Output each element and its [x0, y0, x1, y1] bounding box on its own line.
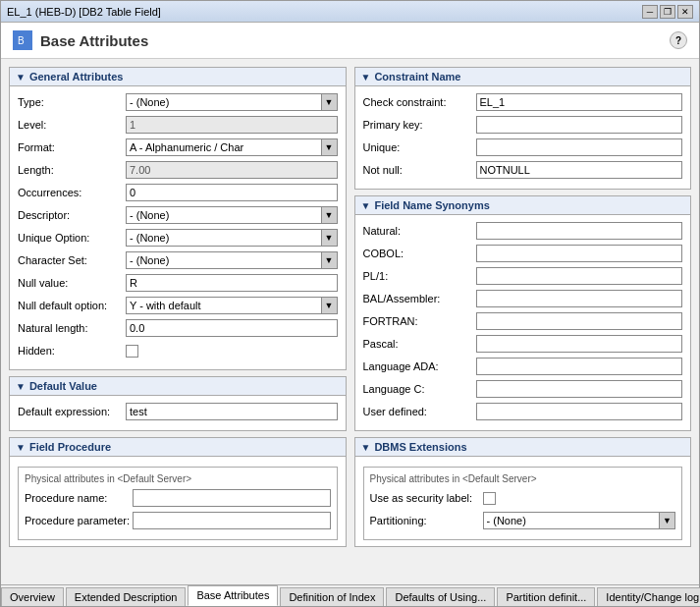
language-ada-input[interactable] [476, 358, 683, 375]
null-default-select-arrow: ▼ [322, 297, 338, 314]
use-security-row: Use as security label: [370, 488, 676, 508]
page-header: B Base Attributes ? [1, 23, 699, 59]
format-label: Format: [18, 141, 126, 153]
descriptor-row: Descriptor: - (None) ▼ [18, 205, 338, 225]
language-c-input[interactable] [476, 380, 683, 398]
page-icon: B [13, 30, 32, 50]
field-procedure-section: ▼ Field Procedure Physical attributes in… [9, 437, 347, 547]
null-default-label: Null default option: [18, 300, 126, 311]
descriptor-select-wrap: - (None) ▼ [126, 206, 338, 224]
procedure-name-row: Procedure name: [25, 488, 331, 508]
procedure-collapse-icon[interactable]: ▼ [16, 442, 26, 453]
partitioning-select[interactable]: - (None) [483, 512, 661, 529]
natural-input[interactable] [476, 222, 683, 240]
collapse-icon[interactable]: ▼ [16, 72, 26, 83]
help-button[interactable]: ? [670, 31, 687, 49]
format-select[interactable]: A - Alphanumeric / Char [126, 138, 322, 156]
close-button[interactable]: ✕ [677, 5, 693, 19]
title-bar: EL_1 (HEB-D) [DB2 Table Field] ─ ❐ ✕ [1, 1, 699, 23]
procedure-parameter-input[interactable] [133, 512, 331, 529]
main-window: EL_1 (HEB-D) [DB2 Table Field] ─ ❐ ✕ B B… [0, 0, 700, 607]
tab-overview[interactable]: Overview [1, 587, 64, 606]
field-procedure-sub-label: Physical attributes in <Default Server> [25, 473, 331, 484]
cobol-label: COBOL: [363, 248, 476, 259]
occurrences-input[interactable] [126, 184, 338, 201]
level-row: Level: [18, 115, 338, 135]
check-constraint-label: Check constraint: [363, 96, 476, 108]
fortran-input[interactable] [476, 312, 683, 330]
dbms-extensions-body: Physical attributes in <Default Server> … [355, 457, 691, 546]
natural-length-input[interactable] [126, 319, 338, 337]
synonyms-collapse-icon[interactable]: ▼ [361, 200, 371, 211]
pl1-input[interactable] [476, 267, 683, 285]
field-name-synonyms-body: Natural: COBOL: PL/1: BAL/Assembler: [355, 215, 691, 430]
character-set-select-wrap: - (None) ▼ [126, 251, 338, 269]
cobol-row: COBOL: [363, 244, 683, 263]
tab-extended-description[interactable]: Extended Description [66, 587, 187, 606]
tab-identity-change-log[interactable]: Identity/Change log [597, 587, 700, 606]
pascal-row: Pascal: [363, 334, 683, 354]
procedure-parameter-label: Procedure parameter: [25, 515, 133, 526]
tab-defaults-of-using[interactable]: Defaults of Using... [386, 587, 495, 606]
character-set-label: Character Set: [18, 254, 126, 266]
field-name-synonyms-section: ▼ Field Name Synonyms Natural: COBOL: PL… [354, 195, 692, 431]
tab-partition-definit[interactable]: Partition definit... [497, 587, 595, 606]
dbms-sub-label: Physical attributes in <Default Server> [370, 473, 676, 484]
type-label: Type: [18, 96, 126, 108]
type-row: Type: - (None) ▼ [18, 92, 338, 112]
procedure-parameter-row: Procedure parameter: [25, 511, 331, 530]
type-select-arrow: ▼ [322, 93, 338, 111]
check-constraint-row: Check constraint: [363, 92, 683, 112]
null-default-row: Null default option: Y - with default ▼ [18, 296, 338, 315]
check-constraint-input[interactable] [476, 93, 683, 111]
unique-option-select[interactable]: - (None) [126, 229, 322, 247]
tab-base-attributes[interactable]: Base Attributes [188, 585, 278, 606]
default-collapse-icon[interactable]: ▼ [16, 381, 26, 392]
hidden-checkbox[interactable] [126, 345, 138, 358]
constraint-collapse-icon[interactable]: ▼ [361, 72, 371, 83]
procedure-name-input[interactable] [133, 489, 331, 507]
general-attributes-header: ▼ General Attributes [10, 68, 346, 86]
default-expression-input[interactable] [126, 403, 338, 420]
primary-key-row: Primary key: [363, 115, 683, 135]
bal-label: BAL/Assembler: [363, 293, 476, 304]
null-value-label: Null value: [18, 277, 126, 289]
natural-row: Natural: [363, 221, 683, 241]
dbms-extensions-header: ▼ DBMS Extensions [355, 438, 691, 457]
pascal-label: Pascal: [363, 338, 476, 350]
restore-button[interactable]: ❐ [660, 5, 675, 19]
primary-key-input[interactable] [476, 116, 683, 134]
cobol-input[interactable] [476, 245, 683, 262]
left-panel: ▼ General Attributes Type: - (None) ▼ [9, 67, 347, 577]
dbms-sub-section: Physical attributes in <Default Server> … [363, 467, 683, 540]
user-defined-row: User defined: [363, 402, 683, 421]
type-select[interactable]: - (None) [126, 93, 322, 111]
primary-key-label: Primary key: [363, 119, 476, 131]
length-input [126, 161, 338, 179]
level-label: Level: [18, 119, 126, 131]
natural-length-row: Natural length: [18, 318, 338, 338]
minimize-button[interactable]: ─ [642, 5, 658, 19]
tab-definition-of-index[interactable]: Definition of Index [280, 587, 384, 606]
main-content: ▼ General Attributes Type: - (None) ▼ [1, 59, 699, 584]
dbms-collapse-icon[interactable]: ▼ [361, 442, 371, 453]
user-defined-input[interactable] [476, 403, 683, 420]
descriptor-select[interactable]: - (None) [126, 206, 322, 224]
unique-input[interactable] [476, 138, 683, 156]
unique-option-row: Unique Option: - (None) ▼ [18, 228, 338, 248]
general-attributes-body: Type: - (None) ▼ Level: Format: [10, 86, 346, 369]
not-null-label: Not null: [363, 164, 476, 176]
pl1-row: PL/1: [363, 266, 683, 286]
field-procedure-header: ▼ Field Procedure [10, 438, 346, 457]
character-set-select[interactable]: - (None) [126, 251, 322, 269]
page-title: Base Attributes [40, 32, 670, 49]
bal-input[interactable] [476, 290, 683, 307]
not-null-input[interactable] [476, 161, 683, 179]
null-value-input[interactable] [126, 274, 338, 292]
null-default-select[interactable]: Y - with default [126, 297, 322, 314]
pascal-input[interactable] [476, 335, 683, 353]
format-row: Format: A - Alphanumeric / Char ▼ [18, 138, 338, 157]
use-security-checkbox[interactable] [483, 492, 496, 505]
constraint-name-body: Check constraint: Primary key: Unique: N… [355, 86, 691, 189]
unique-label: Unique: [363, 141, 476, 153]
